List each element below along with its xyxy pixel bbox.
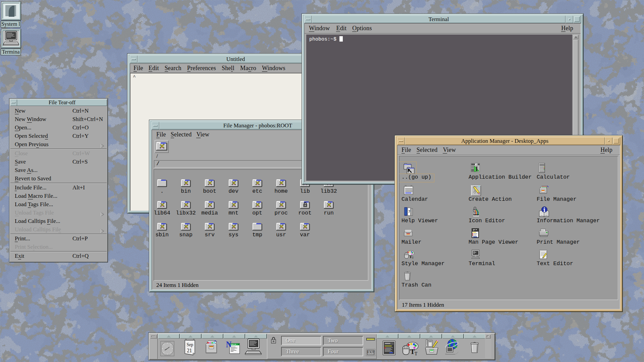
svg-text:21: 21 <box>187 347 192 353</box>
svg-text:?: ? <box>408 209 410 214</box>
svg-text:N: N <box>226 340 232 349</box>
svg-text:Sep: Sep <box>186 342 193 347</box>
svg-text:T: T <box>412 256 414 259</box>
svg-text:T: T <box>415 351 418 356</box>
